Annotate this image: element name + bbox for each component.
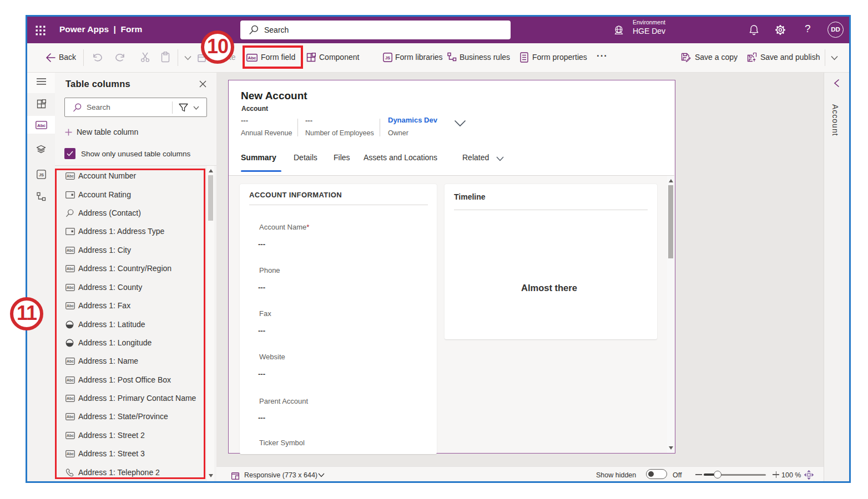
svg-text:Abc: Abc — [37, 123, 46, 128]
svg-text:JS: JS — [39, 172, 44, 177]
svg-text:JS: JS — [385, 55, 390, 60]
